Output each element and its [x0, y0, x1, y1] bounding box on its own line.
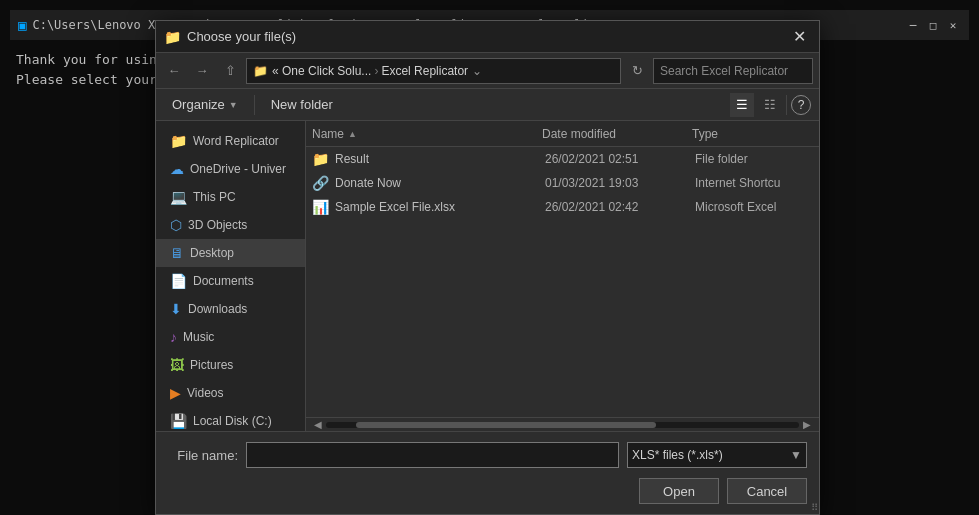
file-list-header: Name ▲ Date modified Type: [306, 121, 819, 147]
resize-handle[interactable]: ⠿: [805, 500, 819, 514]
terminal-icon: ▣: [18, 17, 26, 33]
hscroll-track[interactable]: [326, 422, 799, 428]
file-type-cell: Internet Shortcu: [695, 176, 813, 190]
table-row[interactable]: 📊 Sample Excel File.xlsx 26/02/2021 02:4…: [306, 195, 819, 219]
toolbar-right: ☰ ☷ ?: [730, 93, 811, 117]
terminal-close-btn[interactable]: ✕: [945, 17, 961, 33]
file-list-body: 📁 Result 26/02/2021 02:51 File folder 🔗 …: [306, 147, 819, 417]
toolbar-sep2: [786, 95, 787, 115]
sidebar-item-this-pc[interactable]: 💻 This PC: [156, 183, 305, 211]
file-name-cell: Sample Excel File.xlsx: [335, 200, 545, 214]
help-button[interactable]: ?: [791, 95, 811, 115]
dialog-titlebar: 📁 Choose your file(s) ✕: [156, 21, 819, 53]
sidebar-item-word-replicator[interactable]: 📁 Word Replicator: [156, 127, 305, 155]
hscroll-left-arrow[interactable]: ◀: [310, 418, 326, 432]
hscroll-thumb[interactable]: [356, 422, 656, 428]
dialog-bottom: File name: XLS* files (*.xls*) ▼ Open Ca…: [156, 431, 819, 514]
up-button[interactable]: ⇧: [218, 59, 242, 83]
dialog-close-button[interactable]: ✕: [787, 25, 811, 49]
folder-icon: 📁: [253, 64, 268, 78]
breadcrumb-sep: ›: [374, 64, 378, 78]
column-type[interactable]: Type: [692, 127, 813, 141]
file-icon: 🔗: [312, 175, 329, 191]
hscroll-right-arrow[interactable]: ▶: [799, 418, 815, 432]
sidebar-downloads-label: Downloads: [188, 302, 247, 316]
sidebar-item-pictures[interactable]: 🖼 Pictures: [156, 351, 305, 379]
new-folder-label: New folder: [271, 97, 333, 112]
organize-chevron-icon: ▼: [229, 100, 238, 110]
sidebar-this-pc-label: This PC: [193, 190, 236, 204]
3d-objects-icon: ⬡: [170, 217, 182, 233]
open-button[interactable]: Open: [639, 478, 719, 504]
dialog-title-text: Choose your file(s): [187, 29, 296, 44]
sidebar-item-local-disk[interactable]: 💾 Local Disk (C:): [156, 407, 305, 431]
terminal-controls: ─ □ ✕: [905, 17, 961, 33]
sidebar-word-replicator-label: Word Replicator: [193, 134, 279, 148]
file-date-cell: 26/02/2021 02:51: [545, 152, 695, 166]
terminal-maximize-btn[interactable]: □: [925, 17, 941, 33]
view-list-button[interactable]: ☰: [730, 93, 754, 117]
organize-label: Organize: [172, 97, 225, 112]
refresh-button[interactable]: ↻: [625, 59, 649, 83]
file-icon: 📁: [312, 151, 329, 167]
downloads-icon: ⬇: [170, 301, 182, 317]
address-chevron-icon: ⌄: [472, 64, 482, 78]
address-path[interactable]: 📁 « One Click Solu... › Excel Replicator…: [246, 58, 621, 84]
breadcrumb-prefix: « One Click Solu...: [272, 64, 371, 78]
back-button[interactable]: ←: [162, 59, 186, 83]
table-row[interactable]: 📁 Result 26/02/2021 02:51 File folder: [306, 147, 819, 171]
file-area: Name ▲ Date modified Type 📁 Result 26/02…: [306, 121, 819, 431]
sidebar-item-music[interactable]: ♪ Music: [156, 323, 305, 351]
file-input-row: File name: XLS* files (*.xls*) ▼: [168, 442, 807, 468]
forward-button[interactable]: →: [190, 59, 214, 83]
sidebar-onedrive-label: OneDrive - Univer: [190, 162, 286, 176]
col-date-label: Date modified: [542, 127, 616, 141]
sidebar-item-documents[interactable]: 📄 Documents: [156, 267, 305, 295]
horizontal-scrollbar[interactable]: ◀ ▶: [306, 417, 819, 431]
sidebar-pictures-label: Pictures: [190, 358, 233, 372]
search-input[interactable]: [660, 64, 806, 78]
file-date-cell: 26/02/2021 02:42: [545, 200, 695, 214]
sidebar-item-videos[interactable]: ▶ Videos: [156, 379, 305, 407]
documents-icon: 📄: [170, 273, 187, 289]
file-type-chevron-icon: ▼: [790, 448, 802, 462]
file-icon: 📊: [312, 199, 329, 215]
toolbar-separator: [254, 95, 255, 115]
onedrive-icon: ☁: [170, 161, 184, 177]
terminal-minimize-btn[interactable]: ─: [905, 17, 921, 33]
music-icon: ♪: [170, 329, 177, 345]
word-replicator-icon: 📁: [170, 133, 187, 149]
file-name-label: File name:: [168, 448, 246, 463]
col-type-label: Type: [692, 127, 718, 141]
sidebar-item-3d-objects[interactable]: ⬡ 3D Objects: [156, 211, 305, 239]
file-name-cell: Result: [335, 152, 545, 166]
file-type-select[interactable]: XLS* files (*.xls*) ▼: [627, 442, 807, 468]
cancel-button[interactable]: Cancel: [727, 478, 807, 504]
sidebar-desktop-label: Desktop: [190, 246, 234, 260]
pc-icon: 💻: [170, 189, 187, 205]
sidebar-documents-label: Documents: [193, 274, 254, 288]
table-row[interactable]: 🔗 Donate Now 01/03/2021 19:03 Internet S…: [306, 171, 819, 195]
pictures-icon: 🖼: [170, 357, 184, 373]
dialog-buttons-row: Open Cancel: [168, 478, 807, 504]
file-dialog: 📁 Choose your file(s) ✕ ← → ⇧ 📁 « One Cl…: [155, 20, 820, 515]
videos-icon: ▶: [170, 385, 181, 401]
organize-button[interactable]: Organize ▼: [164, 94, 246, 115]
view-grid-button[interactable]: ☷: [758, 93, 782, 117]
file-name-input[interactable]: [246, 442, 619, 468]
address-bar: ← → ⇧ 📁 « One Click Solu... › Excel Repl…: [156, 53, 819, 89]
disk-icon: 💾: [170, 413, 187, 429]
col-name-label: Name: [312, 127, 344, 141]
dialog-content: 📁 Word Replicator ☁ OneDrive - Univer 💻 …: [156, 121, 819, 431]
search-box: [653, 58, 813, 84]
desktop-icon: 🖥: [170, 245, 184, 261]
column-date[interactable]: Date modified: [542, 127, 692, 141]
breadcrumb-current: Excel Replicator: [381, 64, 468, 78]
new-folder-button[interactable]: New folder: [263, 94, 341, 115]
sidebar-item-onedrive[interactable]: ☁ OneDrive - Univer: [156, 155, 305, 183]
sidebar: 📁 Word Replicator ☁ OneDrive - Univer 💻 …: [156, 121, 306, 431]
sidebar-item-desktop[interactable]: 🖥 Desktop: [156, 239, 305, 267]
sidebar-item-downloads[interactable]: ⬇ Downloads: [156, 295, 305, 323]
column-name[interactable]: Name ▲: [312, 127, 542, 141]
file-type-label: XLS* files (*.xls*): [632, 448, 790, 462]
